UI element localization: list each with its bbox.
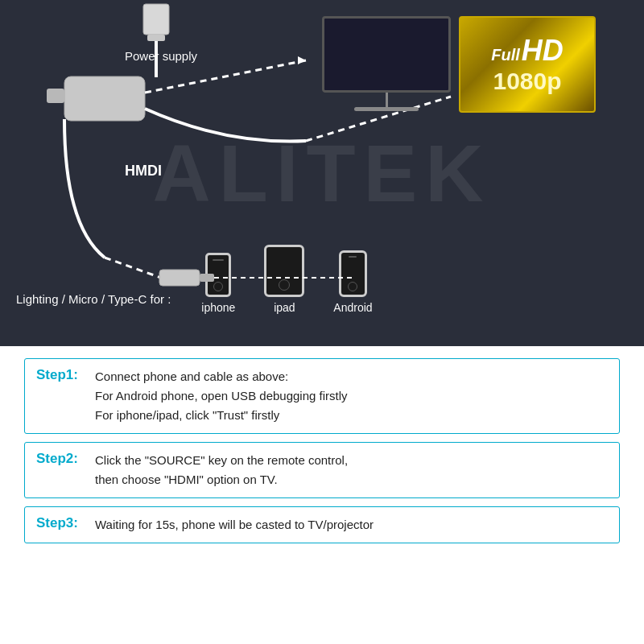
fullhd-badge: Full HD 1080p — [459, 16, 596, 113]
svg-rect-0 — [143, 4, 169, 35]
resolution-text: 1080p — [493, 68, 561, 95]
android-item: Android — [333, 250, 372, 314]
watermark: ALITEK — [152, 127, 491, 220]
device-row: Lighting / Micro / Type-C for : iphone i… — [0, 245, 644, 314]
iphone-label: iphone — [201, 301, 235, 314]
step1-line1: Connect phone and cable as above: — [95, 367, 348, 386]
svg-marker-7 — [298, 56, 306, 64]
step2-line1: Click the "SOURCE" key on the remote con… — [95, 451, 348, 470]
step2-row: Step2: Click the "SOURCE" key on the rem… — [24, 442, 620, 498]
tv-stand-base — [354, 107, 419, 111]
step1-line2: For Android phone, open USB debugging fi… — [95, 386, 348, 406]
step1-line3: For iphone/ipad, click "Trust" firstly — [95, 406, 348, 425]
step2-line2: then choose "HDMI" option on TV. — [95, 470, 348, 489]
iphone-item: iphone — [201, 253, 235, 314]
svg-text:Power supply: Power supply — [125, 49, 198, 63]
svg-line-6 — [145, 60, 306, 93]
step2-content: Click the "SOURCE" key on the remote con… — [89, 451, 348, 489]
tv-stand-neck — [386, 93, 388, 107]
device-prefix-label: Lighting / Micro / Type-C for : — [16, 292, 171, 314]
iphone-icon — [205, 253, 231, 297]
svg-rect-4 — [47, 89, 64, 103]
diagram-section: ALITEK Full HD 1080p Power supply — [0, 0, 644, 346]
ipad-label: ipad — [274, 301, 295, 314]
tv-monitor — [322, 16, 451, 111]
step1-content: Connect phone and cable as above: For An… — [89, 367, 348, 425]
svg-rect-3 — [64, 76, 145, 121]
hd-text: HD — [522, 34, 564, 68]
ipad-icon — [264, 245, 304, 297]
ipad-item: ipad — [264, 245, 304, 314]
step1-row: Step1: Connect phone and cable as above:… — [24, 358, 620, 434]
android-label: Android — [333, 301, 372, 314]
android-icon — [339, 250, 367, 297]
tv-screen — [322, 16, 451, 93]
step3-line1: Waiting for 15s, phone will be casted to… — [95, 515, 374, 535]
svg-text:HMDI: HMDI — [125, 163, 162, 179]
full-text: Full — [491, 46, 520, 64]
step2-label: Step2: — [36, 451, 89, 467]
step3-label: Step3: — [36, 515, 89, 531]
step1-label: Step1: — [36, 367, 89, 383]
step3-content: Waiting for 15s, phone will be casted to… — [89, 515, 374, 535]
svg-rect-1 — [147, 35, 165, 41]
step3-row: Step3: Waiting for 15s, phone will be ca… — [24, 506, 620, 543]
instructions-section: Step1: Connect phone and cable as above:… — [0, 346, 644, 644]
